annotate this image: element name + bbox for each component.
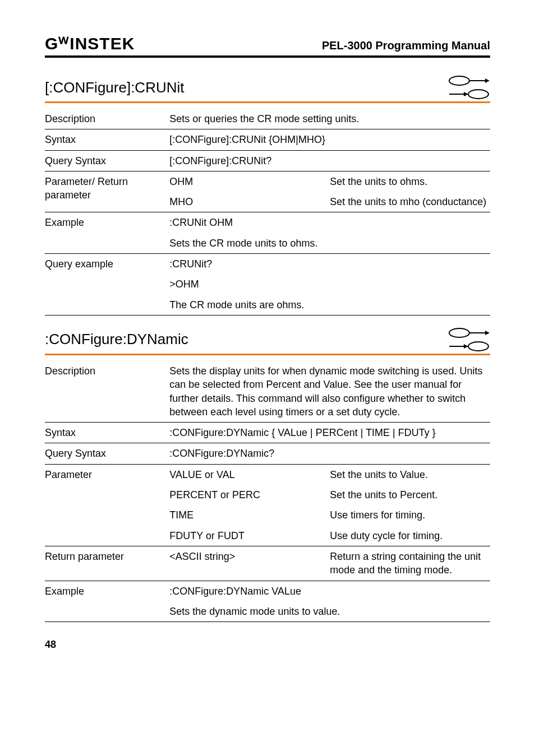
param-name: FDUTY or FUDT [169,526,330,546]
row-value: [:CONFigure]:CRUNit? [169,150,490,171]
row-label: Example [45,581,169,622]
command-heading-dynamic: :CONFigure:DYNamic [45,327,490,354]
row-value: [:CONFigure]:CRUNit {OHM|MHO} [169,129,490,150]
param-desc: Set the units to Value. [330,464,490,485]
return-param-name: <ASCII string> [169,546,330,581]
crunit-table: Description Sets or queries the CR mode … [45,109,490,316]
return-param-desc: Return a string containing the unit mode… [330,546,490,581]
set-icon [448,75,490,87]
param-name: MHO [169,192,330,212]
row-label: Query Syntax [45,150,169,171]
row-label: Description [45,361,169,423]
row-label: Query Syntax [45,443,169,464]
row-value: :CONFigure:DYNamic? [169,443,490,464]
row-label: Example [45,212,169,254]
param-desc: Set the units to ohms. [330,171,490,192]
svg-marker-2 [485,78,490,83]
query-icon [448,340,490,353]
svg-point-6 [449,328,469,337]
dynamic-table: Description Sets the display units for w… [45,361,490,622]
svg-marker-4 [464,92,468,96]
manual-title: PEL-3000 Programming Manual [322,39,490,52]
heading-text: :CONFigure:DYNamic [45,331,188,348]
row-value: Sets the display units for when dynamic … [169,361,490,423]
svg-point-0 [449,76,469,85]
query-example-resp: >OHM [169,274,490,294]
logo: GᵂINSTEK [45,34,135,53]
svg-point-11 [468,342,488,351]
page-header: GᵂINSTEK PEL-3000 Programming Manual [45,34,490,58]
command-icons [448,327,490,353]
page-number: 48 [45,639,490,651]
row-value: Sets or queries the CR mode setting unit… [169,109,490,129]
param-name: TIME [169,505,330,525]
row-label: Parameter [45,464,169,546]
row-label: Syntax [45,423,169,443]
command-heading-crunit: [:CONFigure]:CRUNit [45,75,490,101]
param-desc: Set the units to mho (conductance) [330,192,490,212]
example-desc: Sets the CR mode units to ohms. [169,233,490,254]
query-example-cmd: :CRUNit? [169,254,490,275]
param-name: OHM [169,171,330,192]
param-desc: Use duty cycle for timing. [330,526,490,546]
param-desc: Set the units to Percent. [330,485,490,505]
row-label: Query example [45,254,169,316]
example-desc: Sets the dynamic mode units to value. [169,601,490,622]
divider [45,101,490,103]
query-icon [448,88,490,100]
svg-point-5 [468,90,488,99]
row-label: Description [45,109,169,129]
param-name: VALUE or VAL [169,464,330,485]
row-value: :CONFigure:DYNamic { VALue | PERCent | T… [169,423,490,443]
set-icon [448,327,490,339]
svg-marker-8 [485,331,490,335]
row-label: Parameter/ Return parameter [45,171,169,212]
example-cmd: :CONFigure:DYNamic VALue [169,581,490,601]
row-label: Syntax [45,129,169,150]
param-desc: Use timers for timing. [330,505,490,525]
divider [45,354,490,355]
svg-marker-10 [464,344,468,349]
heading-text: [:CONFigure]:CRUNit [45,79,184,96]
param-name: PERCENT or PERC [169,485,330,505]
row-label: Return parameter [45,546,169,581]
command-icons [448,75,490,100]
example-cmd: :CRUNit OHM [169,212,490,233]
query-example-desc: The CR mode units are ohms. [169,295,490,316]
